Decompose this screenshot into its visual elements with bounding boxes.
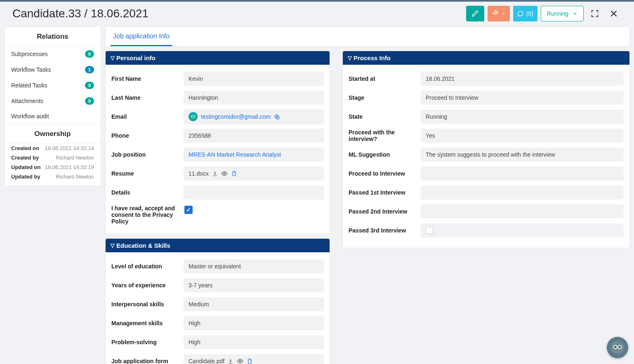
field-label: Interpersonal skills bbox=[111, 301, 184, 308]
field-label: Problem-solving bbox=[111, 339, 184, 345]
edit-button[interactable] bbox=[466, 6, 484, 21]
sidebar-item-label: Subprocesses bbox=[11, 51, 48, 57]
count-badge: 0 bbox=[85, 97, 94, 105]
svg-point-8 bbox=[614, 346, 616, 348]
share-icon bbox=[492, 10, 499, 17]
comments-button[interactable]: (0) bbox=[513, 6, 537, 21]
to-interview-field bbox=[421, 167, 624, 181]
ownership-block: Created on18.06.2021 14:32:14 Created by… bbox=[5, 143, 101, 186]
sidebar-item-attachments[interactable]: Attachments 0 bbox=[5, 93, 101, 109]
field-label: Proceed with the interview? bbox=[349, 129, 421, 142]
field-label: I have read, accept and consent to the P… bbox=[111, 203, 184, 225]
sidebar-item-related-tasks[interactable]: Related Tasks 0 bbox=[5, 77, 101, 93]
tab-job-application-info[interactable]: Job application info bbox=[111, 27, 172, 46]
count-badge: 0 bbox=[85, 50, 94, 58]
position-link[interactable]: MRES-AN Market Research Analyst bbox=[189, 151, 281, 158]
field-label: Passed 1st Interview bbox=[349, 189, 421, 196]
chevron-down-icon bbox=[573, 11, 577, 16]
share-button[interactable] bbox=[488, 6, 510, 21]
mail-icon bbox=[189, 112, 198, 121]
own-label: Updated on bbox=[11, 164, 41, 170]
sidebar-item-label: Related Tasks bbox=[11, 82, 47, 89]
collapse-icon: ▽ bbox=[111, 55, 115, 61]
own-value: 18.06.2021 14:32:14 bbox=[45, 145, 94, 151]
svg-point-4 bbox=[239, 360, 241, 362]
details-field bbox=[184, 186, 324, 200]
sidebar-item-workflow-audit[interactable]: Workflow audit bbox=[5, 109, 101, 124]
doc-icon[interactable] bbox=[247, 358, 252, 364]
download-icon[interactable] bbox=[228, 358, 233, 364]
card-title: Personal info bbox=[116, 54, 156, 61]
count-badge: 1 bbox=[85, 66, 94, 73]
field-label: Passed 2nd Interview bbox=[349, 208, 421, 215]
fullscreen-button[interactable] bbox=[587, 6, 603, 21]
eye-icon[interactable] bbox=[221, 170, 228, 177]
card-header[interactable]: ▽ Personal info bbox=[106, 51, 330, 65]
own-row: Created on18.06.2021 14:32:14 bbox=[5, 143, 101, 153]
relations-title: Relations bbox=[5, 27, 101, 46]
passed3-checkbox[interactable] bbox=[426, 227, 433, 234]
comment-icon bbox=[517, 10, 524, 17]
field-label: Passed 3rd Interview bbox=[349, 227, 421, 234]
doc-icon[interactable] bbox=[231, 171, 237, 176]
ml-field: The system suggests to proceed with the … bbox=[421, 148, 624, 162]
own-label: Updated by bbox=[11, 174, 40, 180]
own-row: Updated byRichard Newton bbox=[5, 172, 101, 181]
position-field: MRES-AN Market Research Analyst bbox=[184, 148, 324, 162]
status-dropdown[interactable]: Running bbox=[541, 6, 584, 21]
field-label: Details bbox=[111, 189, 184, 196]
chevron-down-icon bbox=[502, 12, 506, 16]
close-button[interactable] bbox=[606, 6, 622, 21]
first-name-field: Kevin bbox=[184, 72, 324, 86]
sidebar-item-workflow-tasks[interactable]: Workflow Tasks 1 bbox=[5, 62, 101, 77]
application-form-field: Candidate.pdf bbox=[184, 354, 324, 364]
header: Candidate.33 / 18.06.2021 (0) Running bbox=[0, 2, 634, 22]
field-label: Started at bbox=[349, 75, 421, 82]
own-value: 18.06.2021 14:32:19 bbox=[45, 164, 94, 170]
sidebar-item-subprocesses[interactable]: Subprocesses 0 bbox=[5, 46, 101, 62]
field-label: Email bbox=[111, 113, 184, 120]
comments-count: (0) bbox=[526, 10, 533, 17]
field-label: ML Suggestion bbox=[349, 151, 421, 158]
email-field: testingcomidor@gmail.com bbox=[184, 109, 324, 124]
form-file: Candidate.pdf bbox=[189, 358, 224, 364]
card-process-info: ▽ Process Info Started at18.06.2021 Stag… bbox=[342, 51, 630, 248]
svg-point-9 bbox=[619, 346, 621, 348]
assistant-avatar[interactable] bbox=[607, 337, 628, 358]
count-badge: 0 bbox=[85, 82, 94, 89]
resume-file: 11.docx bbox=[189, 170, 209, 177]
own-row: Updated on18.06.2021 14:32:19 bbox=[5, 162, 101, 172]
field-label: State bbox=[349, 113, 421, 120]
stage-field: Proceed to Interview bbox=[421, 91, 624, 105]
collapse-icon: ▽ bbox=[348, 55, 352, 61]
field-label: Last Name bbox=[111, 94, 184, 101]
passed2-field bbox=[421, 204, 624, 218]
pencil-icon bbox=[471, 10, 479, 17]
resume-field: 11.docx bbox=[184, 167, 324, 181]
field-label: Management skills bbox=[111, 320, 184, 326]
last-name-field: Hannington bbox=[184, 91, 324, 105]
card-header[interactable]: ▽ Education & Skills bbox=[106, 239, 330, 252]
started-field: 18.06.2021 bbox=[421, 72, 624, 86]
education-level-field: Master or equivalent bbox=[184, 259, 324, 273]
field-label: Level of education bbox=[111, 263, 184, 270]
svg-point-5 bbox=[611, 341, 624, 354]
eye-icon[interactable] bbox=[237, 358, 243, 364]
copy-icon[interactable] bbox=[274, 114, 280, 120]
tabs: Job application info bbox=[105, 26, 630, 47]
card-title: Process Info bbox=[354, 54, 391, 61]
proceed-field: Yes bbox=[421, 129, 624, 143]
field-label: Stage bbox=[349, 94, 421, 101]
field-label: Proceed to Interview bbox=[349, 170, 421, 177]
download-icon[interactable] bbox=[212, 171, 218, 176]
email-value[interactable]: testingcomidor@gmail.com bbox=[201, 113, 271, 120]
ownership-title: Ownership bbox=[5, 124, 101, 143]
status-label: Running bbox=[547, 10, 568, 17]
own-value: Richard Newton bbox=[56, 174, 94, 180]
field-label: Phone bbox=[111, 132, 184, 139]
state-field: Running bbox=[421, 110, 624, 124]
card-header[interactable]: ▽ Process Info bbox=[343, 51, 629, 65]
page-title: Candidate.33 / 18.06.2021 bbox=[12, 7, 148, 20]
privacy-checkbox[interactable]: ✓ bbox=[184, 206, 193, 214]
field-label: Years of experience bbox=[111, 282, 184, 289]
